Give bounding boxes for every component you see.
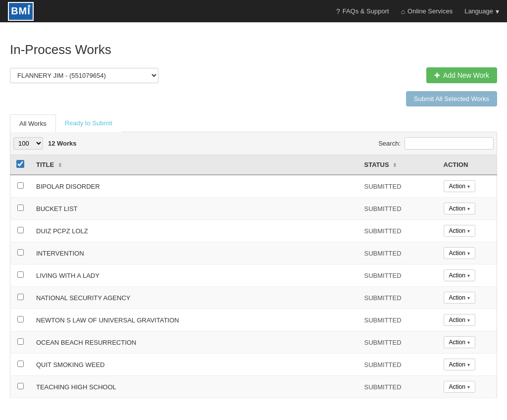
row-status: SUBMITTED [358,175,438,198]
chevron-down-icon: ▾ [496,7,499,15]
action-label: Action [449,227,465,234]
tab-all-works[interactable]: All Works [10,114,56,132]
action-column-header: ACTION [438,155,497,175]
row-title: INTERVENTION [30,242,358,264]
action-button[interactable]: Action ▾ [444,247,475,259]
row-action-cell: Action ▾ [438,220,497,242]
row-status: SUBMITTED [358,331,438,354]
bmi-logo[interactable]: ★ BMI [8,2,34,21]
table-row: QUIT SMOKING WEED SUBMITTED Action ▾ [10,354,497,376]
caret-icon: ▾ [467,340,470,345]
tab-ready-to-submit[interactable]: Ready to Submit [56,114,121,132]
add-new-label: Add New Work [443,71,489,79]
row-status: SUBMITTED [358,287,438,309]
row-status: SUBMITTED [358,376,438,398]
tab-all-works-label: All Works [19,120,47,127]
row-title: NEWTON S LAW OF UNIVERSAL GRAVITATION [30,309,358,331]
table-row: OCEAN BEACH RESURRECTION SUBMITTED Actio… [10,331,497,354]
account-select[interactable]: FLANNERY JIM - (551079654) [10,68,158,83]
caret-icon: ▾ [467,206,470,211]
row-title: QUIT SMOKING WEED [30,354,358,376]
row-checkbox[interactable] [17,338,24,345]
row-action-cell: Action ▾ [438,175,497,198]
action-button[interactable]: Action ▾ [444,269,475,281]
action-button[interactable]: Action ▾ [444,203,475,214]
action-button[interactable]: Action ▾ [444,381,475,393]
title-sort-icon: ⇕ [58,162,62,168]
row-checkbox[interactable] [17,182,24,189]
row-checkbox-cell [10,220,31,242]
row-action-cell: Action ▾ [438,309,497,331]
action-button[interactable]: Action ▾ [444,180,475,192]
toolbar-right: Search: [378,137,494,150]
row-checkbox[interactable] [17,249,24,256]
main-content: In-Process Works FLANNERY JIM - (5510796… [0,22,507,408]
action-label: Action [449,316,465,323]
faqs-link[interactable]: ? FAQs & Support [336,7,389,15]
row-checkbox[interactable] [17,316,24,322]
master-checkbox[interactable] [16,160,24,168]
row-status: SUBMITTED [358,242,438,264]
action-label: Action [449,339,465,346]
search-input[interactable] [405,137,494,150]
action-button[interactable]: Action ▾ [444,292,475,304]
top-controls: FLANNERY JIM - (551079654) ✚ Add New Wor… [10,67,497,83]
row-action-cell: Action ▾ [438,198,497,220]
add-new-work-button[interactable]: ✚ Add New Work [426,67,497,83]
caret-icon: ▾ [467,384,470,390]
works-count: 12 Works [48,140,77,147]
caret-icon: ▾ [467,273,470,278]
caret-icon: ▾ [467,184,470,189]
table-header: TITLE ⇕ STATUS ⇕ ACTION [10,155,497,175]
row-action-cell: Action ▾ [438,354,497,376]
row-checkbox-cell [10,331,31,354]
row-status: SUBMITTED [358,309,438,331]
row-action-cell: Action ▾ [438,264,497,287]
status-column-header[interactable]: STATUS ⇕ [358,155,438,175]
row-title: BIPOLAR DISORDER [30,175,358,198]
row-title: BUCKET LIST [30,198,358,220]
row-checkbox[interactable] [17,205,24,211]
row-title: NATIONAL SECURITY AGENCY [30,287,358,309]
status-col-label: STATUS [364,161,389,168]
language-link[interactable]: Language ▾ [464,7,499,15]
language-label: Language [464,7,493,15]
row-status: SUBMITTED [358,264,438,287]
row-checkbox-cell [10,175,31,198]
caret-icon: ▾ [467,251,470,256]
submit-all-button[interactable]: Submit All Selected Works [406,91,497,106]
status-sort-icon: ⇕ [393,162,397,168]
row-checkbox[interactable] [17,361,24,367]
table-row: NATIONAL SECURITY AGENCY SUBMITTED Actio… [10,287,497,309]
action-label: Action [449,272,465,279]
row-status: SUBMITTED [358,354,438,376]
row-status: SUBMITTED [358,198,438,220]
title-column-header[interactable]: TITLE ⇕ [30,155,358,175]
row-title: DUIZ PCPZ LOLZ [30,220,358,242]
online-services-link[interactable]: ⌂ Online Services [401,7,453,15]
row-checkbox-cell [10,354,31,376]
action-button[interactable]: Action ▾ [444,359,475,370]
table-row: BUCKET LIST SUBMITTED Action ▾ [10,198,497,220]
table-row: INTERVENTION SUBMITTED Action ▾ [10,242,497,264]
row-title: TEACHING HIGH SCHOOL [30,376,358,398]
action-label: Action [449,361,465,368]
row-action-cell: Action ▾ [438,376,497,398]
row-checkbox-cell [10,376,31,398]
row-checkbox[interactable] [17,294,24,300]
action-label: Action [449,183,465,190]
per-page-select[interactable]: 102550100 [13,137,43,150]
search-label: Search: [378,140,401,147]
table-row: LIVING WITH A LADY SUBMITTED Action ▾ [10,264,497,287]
row-checkbox[interactable] [17,271,24,278]
action-button[interactable]: Action ▾ [444,225,475,237]
table-row: BIPOLAR DISORDER SUBMITTED Action ▾ [10,175,497,198]
action-button[interactable]: Action ▾ [444,314,475,326]
action-button[interactable]: Action ▾ [444,336,475,348]
online-services-label: Online Services [407,7,453,15]
row-checkbox-cell [10,264,31,287]
row-checkbox[interactable] [17,227,24,233]
row-checkbox[interactable] [17,383,24,389]
row-status: SUBMITTED [358,220,438,242]
nav-links: ? FAQs & Support ⌂ Online Services Langu… [336,7,499,15]
